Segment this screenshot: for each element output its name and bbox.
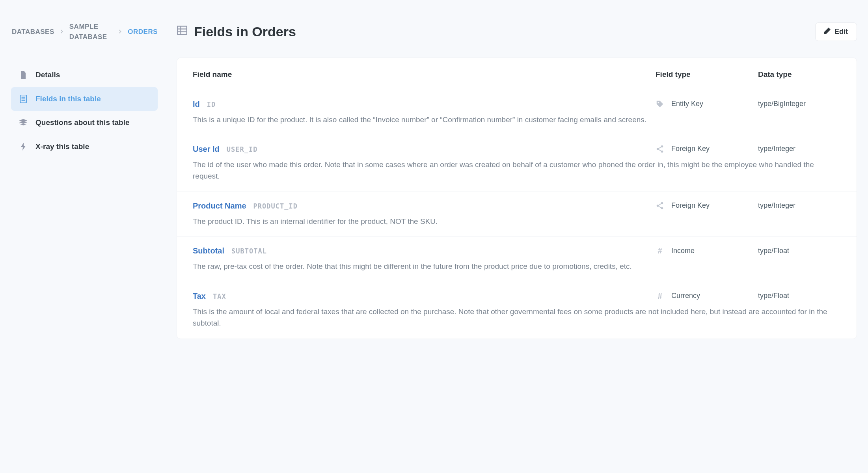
column-data-type: Data type (758, 69, 841, 80)
field-row: User IdUSER_IDForeign Keytype/IntegerThe… (177, 135, 857, 192)
tag-icon (656, 100, 664, 108)
field-data-type: type/Float (758, 246, 841, 256)
breadcrumb-sample-database[interactable]: SAMPLE DATABASE (69, 22, 113, 42)
stack-icon (19, 118, 28, 127)
field-db-name: ID (207, 100, 216, 110)
hash-icon: # (656, 247, 664, 255)
field-name-link[interactable]: Tax (193, 290, 206, 302)
breadcrumb: DATABASES SAMPLE DATABASE ORDERS (11, 22, 158, 42)
chevron-right-icon (60, 28, 64, 36)
edit-button[interactable]: Edit (815, 22, 857, 41)
field-data-type: type/Integer (758, 200, 841, 211)
field-db-name: USER_ID (227, 145, 258, 155)
field-data-type: type/Float (758, 291, 841, 301)
svg-text:#: # (658, 247, 662, 255)
svg-line-18 (658, 206, 661, 208)
edit-button-label: Edit (834, 28, 848, 36)
share-icon (656, 201, 664, 210)
field-description: This is the amount of local and federal … (193, 306, 841, 329)
field-row: Product NamePRODUCT_IDForeign Keytype/In… (177, 192, 857, 237)
sidebar-item-label: Questions about this table (35, 117, 130, 128)
sidebar-item-label: Details (35, 69, 60, 81)
field-description: The raw, pre-tax cost of the order. Note… (193, 261, 841, 272)
svg-text:#: # (658, 292, 662, 300)
field-type-label: Foreign Key (671, 143, 710, 154)
svg-line-12 (658, 147, 661, 149)
pencil-icon (824, 28, 831, 36)
field-type-label: Foreign Key (671, 200, 710, 211)
breadcrumb-orders[interactable]: ORDERS (128, 27, 158, 37)
sidebar-item-label: Fields in this table (35, 93, 101, 105)
field-description: The id of the user who made this order. … (193, 159, 841, 182)
sidebar-item-fields[interactable]: Fields in this table (11, 87, 158, 111)
field-type-label: Currency (671, 291, 700, 301)
list-icon (19, 95, 28, 103)
field-description: This is a unique ID for the product. It … (193, 114, 841, 125)
column-field-name: Field name (193, 69, 656, 80)
svg-point-8 (658, 102, 659, 103)
svg-rect-4 (177, 26, 186, 34)
field-db-name: SUBTOTAL (231, 246, 267, 257)
field-type-label: Entity Key (671, 99, 703, 109)
svg-line-13 (658, 149, 661, 151)
field-db-name: PRODUCT_ID (253, 201, 298, 212)
field-name-link[interactable]: Product Name (193, 200, 246, 212)
sidebar-item-label: X-ray this table (35, 141, 89, 153)
field-type-label: Income (671, 246, 695, 256)
hash-icon: # (656, 292, 664, 300)
bolt-icon (19, 142, 28, 151)
field-row: TaxTAX#Currencytype/FloatThis is the amo… (177, 282, 857, 339)
field-data-type: type/Integer (758, 143, 841, 154)
svg-line-17 (658, 203, 661, 205)
field-db-name: TAX (213, 292, 226, 302)
fields-panel: Field name Field type Data type IdIDEnti… (177, 58, 857, 339)
field-name-link[interactable]: Id (193, 98, 200, 110)
chevron-right-icon (118, 28, 122, 36)
field-name-link[interactable]: Subtotal (193, 245, 224, 257)
field-row: SubtotalSUBTOTAL#Incometype/FloatThe raw… (177, 237, 857, 282)
field-data-type: type/BigInteger (758, 99, 841, 109)
column-field-type: Field type (656, 69, 758, 80)
page-title: Fields in Orders (194, 22, 296, 42)
sidebar: Details Fields in this table Questions a… (11, 63, 158, 158)
field-description: The product ID. This is an internal iden… (193, 216, 841, 227)
sidebar-item-xray[interactable]: X-ray this table (11, 135, 158, 159)
document-icon (19, 71, 28, 79)
share-icon (656, 145, 664, 153)
sidebar-item-questions[interactable]: Questions about this table (11, 111, 158, 135)
sidebar-item-details[interactable]: Details (11, 63, 158, 87)
table-icon (177, 25, 188, 39)
field-row: IdIDEntity Keytype/BigIntegerThis is a u… (177, 90, 857, 135)
field-name-link[interactable]: User Id (193, 143, 220, 155)
breadcrumb-databases[interactable]: DATABASES (12, 27, 54, 37)
